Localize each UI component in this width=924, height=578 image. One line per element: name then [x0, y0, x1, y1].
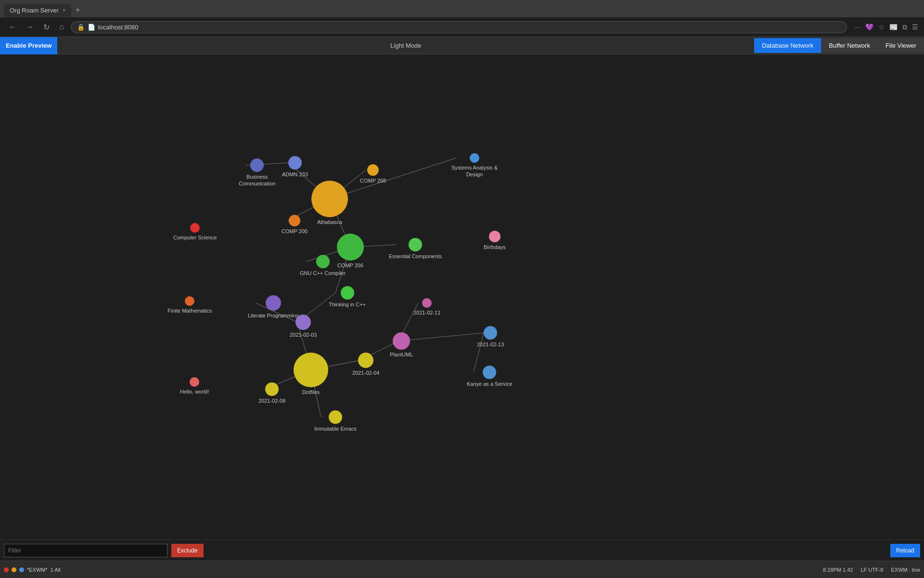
- node-circle-2021-02-13: [484, 326, 497, 340]
- exclude-btn[interactable]: Exclude: [171, 544, 204, 557]
- node-label-systems-analysis: Systems Analysis & Design: [451, 164, 498, 178]
- node-circle-comp268: [367, 164, 379, 176]
- edge-systems-analysis-athabasca: [330, 158, 456, 199]
- node-circle-business-comm: [250, 158, 264, 172]
- time-status: 8:18PM 1.42: [823, 567, 853, 573]
- back-btn[interactable]: ←: [6, 22, 19, 32]
- node-circle-systems-analysis: [470, 153, 479, 163]
- node-2021-02-04[interactable]: 2021-02-04: [352, 353, 379, 376]
- enable-preview-btn[interactable]: Enable Preview: [0, 37, 57, 54]
- tab-close-btn[interactable]: ×: [63, 7, 65, 13]
- node-computer-science[interactable]: Computer Science: [173, 223, 217, 241]
- node-circle-comp200: [289, 215, 300, 226]
- node-circle-admn233: [288, 156, 302, 170]
- new-tab-btn[interactable]: +: [71, 5, 84, 15]
- node-label-plantUML: PlantUML: [390, 351, 413, 358]
- forward-btn[interactable]: →: [23, 22, 37, 32]
- encoding-status: LF UTF-8: [860, 567, 883, 573]
- status-indicator-blue: [19, 567, 24, 572]
- light-mode-label: Light Mode: [390, 42, 421, 49]
- filter-input[interactable]: [4, 544, 167, 557]
- reading-view-btn[interactable]: 📰: [889, 23, 898, 31]
- node-circle-hello-world: [190, 377, 199, 387]
- status-indicator-orange: [12, 567, 16, 572]
- node-admn233[interactable]: ADMN 233: [282, 156, 308, 178]
- node-label-2021-02-04: 2021-02-04: [352, 369, 379, 376]
- node-comp268[interactable]: COMP 268: [360, 164, 386, 184]
- node-2021-02-03[interactable]: 2021-02-03: [290, 315, 317, 338]
- node-hello-world[interactable]: Hello, world!: [180, 377, 209, 395]
- status-bar: *EXWM* 1 All 8:18PM 1.42 LF UTF-8 EXWM :…: [0, 561, 924, 578]
- node-circle-immutable-emacs: [329, 410, 342, 424]
- node-circle-athabasca: [311, 181, 348, 217]
- tab-title: Org Roam Server: [10, 7, 59, 14]
- node-label-comp268: COMP 268: [360, 177, 386, 184]
- node-finite-math[interactable]: Finite Mathematics: [167, 296, 212, 314]
- node-label-business-comm: Business Communication: [239, 173, 275, 187]
- node-label-gnu-cpp: GNU C++ Compiler: [300, 270, 346, 276]
- page-icon: 📄: [88, 24, 95, 31]
- node-label-comp200: COMP 200: [282, 228, 308, 235]
- status-indicator-red: [4, 567, 9, 572]
- node-label-computer-science: Computer Science: [173, 234, 217, 241]
- node-kanye[interactable]: Kanye as a Service: [467, 366, 513, 387]
- node-label-dotfiles: Dotfiles: [302, 389, 320, 395]
- node-circle-thinking-cpp: [341, 286, 354, 300]
- url-box[interactable]: 🔒 📄 localhost:8080: [71, 21, 847, 33]
- node-dotfiles[interactable]: Dotfiles: [294, 353, 328, 395]
- tab-buffer-network[interactable]: Buffer Network: [821, 38, 878, 53]
- app-toolbar: Enable Preview Light Mode Database Netwo…: [0, 37, 924, 54]
- active-tab[interactable]: Org Roam Server ×: [4, 4, 71, 17]
- node-essential-components[interactable]: Essential Components: [389, 238, 442, 260]
- browser-actions: ··· 💜 ☆ 📰 ⧉ ☰: [855, 23, 918, 31]
- address-bar: ← → ↻ ⌂ 🔒 📄 localhost:8080 ··· 💜 ☆ 📰 ⧉ ☰: [0, 17, 924, 37]
- node-label-2021-02-03: 2021-02-03: [290, 331, 317, 338]
- reload-btn[interactable]: Reload: [890, 544, 920, 557]
- node-circle-computer-science: [190, 223, 200, 233]
- node-comp200[interactable]: COMP 200: [282, 215, 308, 235]
- reload-browser-btn[interactable]: ↻: [40, 22, 52, 33]
- node-birthdays[interactable]: Birthdays: [484, 231, 506, 250]
- node-label-birthdays: Birthdays: [484, 244, 506, 250]
- node-athabasca[interactable]: Athabasca: [311, 181, 348, 225]
- node-label-2021-02-13: 2021-02-13: [477, 341, 504, 348]
- menu-btn[interactable]: ☰: [912, 23, 918, 31]
- nav-tabs: Database Network Buffer Network File Vie…: [754, 38, 924, 53]
- tab-database-network[interactable]: Database Network: [754, 38, 821, 53]
- node-label-hello-world: Hello, world!: [180, 388, 209, 395]
- more-btn[interactable]: ···: [855, 23, 860, 31]
- node-label-finite-math: Finite Mathematics: [167, 307, 212, 314]
- node-circle-essential-components: [409, 238, 422, 251]
- node-2021-02-08[interactable]: 2021-02-08: [258, 382, 285, 404]
- home-btn[interactable]: ⌂: [56, 22, 67, 32]
- node-2021-02-11[interactable]: 2021-02-11: [413, 298, 440, 316]
- pocket-btn[interactable]: 💜: [865, 23, 873, 31]
- node-label-kanye: Kanye as a Service: [467, 381, 513, 387]
- node-gnu-cpp[interactable]: GNU C++ Compiler: [300, 255, 346, 276]
- node-circle-plantUML: [393, 332, 410, 350]
- node-immutable-emacs[interactable]: Immutable Emacs: [314, 410, 357, 432]
- status-right: 8:18PM 1.42 LF UTF-8 EXWM : line: [823, 567, 920, 573]
- node-label-athabasca: Athabasca: [317, 219, 342, 225]
- split-view-btn[interactable]: ⧉: [902, 23, 907, 31]
- node-label-admn233: ADMN 233: [282, 171, 308, 178]
- node-thinking-cpp[interactable]: Thinking in C++: [329, 286, 366, 308]
- node-systems-analysis[interactable]: Systems Analysis & Design: [451, 153, 498, 178]
- node-2021-02-13[interactable]: 2021-02-13: [477, 326, 504, 348]
- star-btn[interactable]: ☆: [878, 23, 885, 31]
- node-circle-dotfiles: [294, 353, 328, 387]
- browser-chrome: Org Roam Server × + ← → ↻ ⌂ 🔒 📄 localhos…: [0, 0, 924, 37]
- node-circle-2021-02-03: [295, 315, 311, 330]
- workspace-status: 1 All: [51, 567, 61, 573]
- node-business-comm[interactable]: Business Communication: [239, 158, 275, 187]
- node-label-thinking-cpp: Thinking in C++: [329, 301, 366, 308]
- tab-file-viewer[interactable]: File Viewer: [878, 38, 924, 53]
- node-circle-gnu-cpp: [316, 255, 330, 268]
- mode-status: EXWM : line: [891, 567, 920, 573]
- main-canvas: Business CommunicationADMN 233COMP 268Sy…: [0, 54, 924, 528]
- node-circle-birthdays: [489, 231, 500, 242]
- node-circle-2021-02-11: [422, 298, 432, 308]
- node-plantUML[interactable]: PlantUML: [390, 332, 413, 358]
- security-icon: 🔒: [77, 24, 85, 31]
- node-label-immutable-emacs: Immutable Emacs: [314, 425, 357, 432]
